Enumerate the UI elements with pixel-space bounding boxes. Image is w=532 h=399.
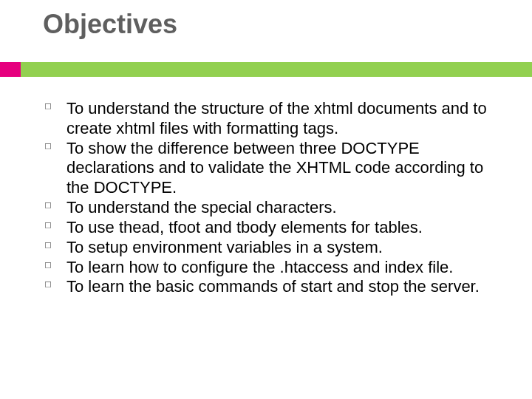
list-item: To understand the special characters. <box>41 198 502 218</box>
accent-green-bar <box>21 62 532 77</box>
list-item: To show the difference between three DOC… <box>41 139 502 198</box>
list-item: To learn how to configure the .htaccess … <box>41 258 502 278</box>
objectives-list: To understand the structure of the xhtml… <box>41 99 502 297</box>
list-item: To learn the basic commands of start and… <box>41 277 502 297</box>
slide-title: Objectives <box>0 0 532 40</box>
content-area: To understand the structure of the xhtml… <box>0 77 532 297</box>
list-item: To understand the structure of the xhtml… <box>41 99 502 139</box>
list-item: To use thead, tfoot and tbody elements f… <box>41 218 502 238</box>
list-item: To setup environment variables in a syst… <box>41 238 502 258</box>
divider-bar <box>0 62 532 77</box>
accent-pink-segment <box>0 62 21 77</box>
